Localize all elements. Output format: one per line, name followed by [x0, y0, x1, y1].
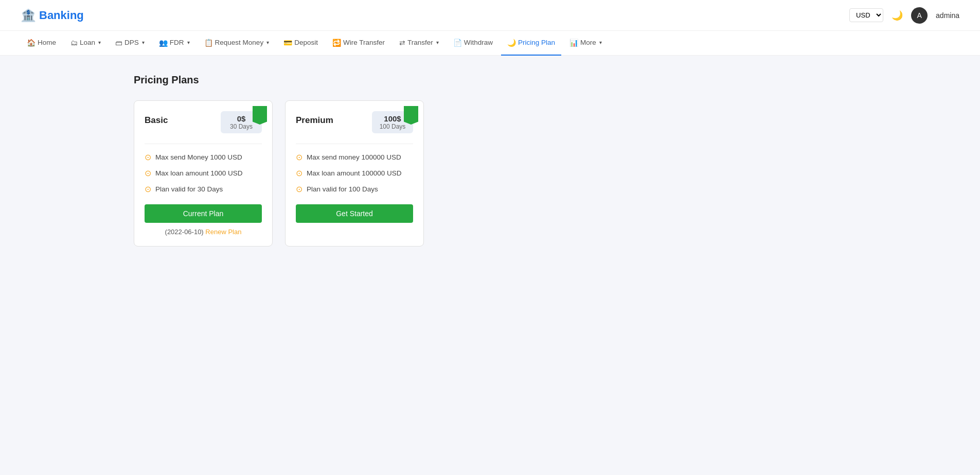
feature-text: Plan valid for 30 Days	[155, 185, 223, 193]
check-icon: ⊙	[296, 184, 302, 194]
avatar: A	[911, 7, 928, 24]
plan-duration-premium: 100 Days	[378, 123, 407, 130]
main-content: Pricing Plans Basic 0$ 30 Days ⊙ Max sen…	[0, 56, 980, 475]
header: 🏦 Banking USD EUR GBP 🌙 A admina	[0, 0, 980, 31]
plan-name-basic: Basic	[145, 115, 168, 126]
transfer-icon: ⇄	[399, 39, 405, 47]
nav-item-deposit[interactable]: 💳 Deposit	[277, 31, 324, 56]
nav-label-deposit: Deposit	[294, 39, 318, 46]
plan-divider-premium	[296, 144, 413, 144]
plan-badge-basic: 0$ 30 Days	[221, 111, 262, 133]
plan-amount-basic: 0$	[227, 114, 256, 123]
check-icon: ⊙	[296, 168, 302, 178]
nav-item-more[interactable]: 📊 More ▾	[563, 31, 608, 56]
plan-card-basic: Basic 0$ 30 Days ⊙ Max send Money 1000 U…	[134, 100, 273, 247]
fdr-icon: 👥	[159, 39, 168, 47]
current-plan-button[interactable]: Current Plan	[145, 204, 262, 223]
check-icon: ⊙	[145, 184, 151, 194]
nav-label-more: More	[580, 39, 596, 46]
nav-item-dps[interactable]: 🗃 DPS ▾	[109, 31, 151, 56]
nav-item-pricing-plan[interactable]: 🌙 Pricing Plan	[501, 31, 561, 56]
nav-item-wire-transfer[interactable]: 🔁 Wire Transfer	[326, 31, 391, 56]
feature-text: Max send money 100000 USD	[307, 153, 401, 161]
plan-renew: (2022-06-10) Renew Plan	[145, 228, 262, 236]
admin-name: admina	[936, 11, 959, 20]
pricing-plan-icon: 🌙	[507, 39, 516, 47]
feature-text: Max loan amount 1000 USD	[155, 169, 243, 177]
nav-label-withdraw: Withdraw	[464, 39, 493, 46]
renew-link[interactable]: Renew Plan	[205, 228, 241, 236]
header-right: USD EUR GBP 🌙 A admina	[849, 7, 959, 24]
withdraw-icon: 📄	[453, 39, 462, 47]
navbar: 🏠 Home 🗂 Loan ▾ 🗃 DPS ▾ 👥 FDR ▾ 📋 Reques…	[0, 31, 980, 56]
plan-divider-basic	[145, 144, 262, 144]
plan-badge-premium: 100$ 100 Days	[372, 111, 413, 133]
feature-text: Max send Money 1000 USD	[155, 153, 242, 161]
nav-label-home: Home	[38, 39, 56, 46]
plan-feature: ⊙ Plan valid for 30 Days	[145, 184, 262, 194]
page-title: Pricing Plans	[134, 74, 846, 86]
nav-label-pricing-plan: Pricing Plan	[518, 39, 555, 46]
plan-duration-basic: 30 Days	[227, 123, 256, 130]
plan-card-premium: Premium 100$ 100 Days ⊙ Max send money 1…	[285, 100, 424, 247]
nav-item-loan[interactable]: 🗂 Loan ▾	[64, 31, 107, 56]
request-money-icon: 📋	[204, 39, 213, 47]
logo-icon: 🏦	[21, 8, 36, 23]
nav-label-wire-transfer: Wire Transfer	[343, 39, 385, 46]
deposit-icon: 💳	[283, 39, 292, 47]
plan-features-basic: ⊙ Max send Money 1000 USD ⊙ Max loan amo…	[145, 152, 262, 194]
get-started-button[interactable]: Get Started	[296, 204, 413, 223]
nav-item-request-money[interactable]: 📋 Request Money ▾	[198, 31, 276, 56]
chevron-down-icon: ▾	[98, 40, 101, 45]
nav-item-transfer[interactable]: ⇄ Transfer ▾	[393, 31, 445, 56]
plans-container: Basic 0$ 30 Days ⊙ Max send Money 1000 U…	[134, 100, 846, 247]
logo[interactable]: 🏦 Banking	[21, 8, 84, 23]
nav-label-loan: Loan	[80, 39, 95, 46]
feature-text: Plan valid for 100 Days	[307, 185, 378, 193]
dark-mode-icon[interactable]: 🌙	[892, 10, 903, 21]
loan-icon: 🗂	[70, 39, 78, 47]
nav-item-home[interactable]: 🏠 Home	[21, 31, 62, 56]
plan-feature: ⊙ Max send Money 1000 USD	[145, 152, 262, 162]
plan-amount-premium: 100$	[378, 114, 407, 123]
plan-feature: ⊙ Max loan amount 1000 USD	[145, 168, 262, 178]
chevron-down-icon: ▾	[436, 40, 439, 45]
chevron-down-icon: ▾	[142, 40, 145, 45]
feature-text: Max loan amount 100000 USD	[307, 169, 402, 177]
chevron-down-icon: ▾	[266, 40, 269, 45]
currency-select[interactable]: USD EUR GBP	[849, 8, 883, 22]
plan-feature: ⊙ Max loan amount 100000 USD	[296, 168, 413, 178]
nav-item-fdr[interactable]: 👥 FDR ▾	[153, 31, 196, 56]
plan-header-basic: Basic 0$ 30 Days	[145, 111, 262, 133]
plan-header-premium: Premium 100$ 100 Days	[296, 111, 413, 133]
nav-label-request-money: Request Money	[215, 39, 264, 46]
check-icon: ⊙	[145, 152, 151, 162]
chevron-down-icon: ▾	[187, 40, 190, 45]
check-icon: ⊙	[145, 168, 151, 178]
more-icon: 📊	[569, 39, 578, 47]
nav-label-transfer: Transfer	[407, 39, 433, 46]
nav-label-fdr: FDR	[170, 39, 184, 46]
wire-transfer-icon: 🔁	[332, 39, 341, 47]
nav-label-dps: DPS	[124, 39, 139, 46]
plan-features-premium: ⊙ Max send money 100000 USD ⊙ Max loan a…	[296, 152, 413, 194]
home-icon: 🏠	[27, 39, 35, 47]
nav-item-withdraw[interactable]: 📄 Withdraw	[447, 31, 499, 56]
plan-feature: ⊙ Plan valid for 100 Days	[296, 184, 413, 194]
dps-icon: 🗃	[115, 39, 122, 47]
chevron-down-icon: ▾	[599, 40, 602, 45]
logo-text: Banking	[39, 9, 84, 22]
plan-feature: ⊙ Max send money 100000 USD	[296, 152, 413, 162]
plan-name-premium: Premium	[296, 115, 333, 126]
renew-date: (2022-06-10)	[165, 228, 204, 236]
check-icon: ⊙	[296, 152, 302, 162]
